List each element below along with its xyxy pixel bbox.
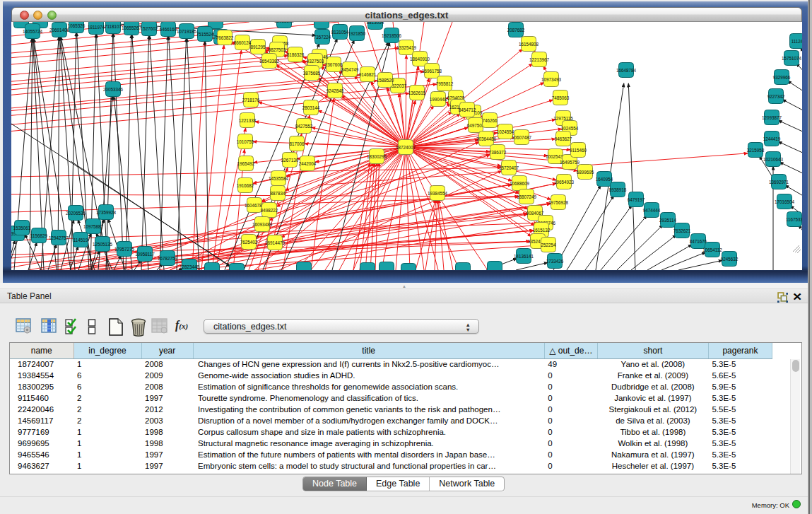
- svg-text:1733426: 1733426: [546, 259, 564, 264]
- svg-text:1811974: 1811974: [88, 25, 105, 30]
- svg-text:13325419: 13325419: [396, 45, 417, 50]
- svg-text:1065326: 1065326: [68, 23, 86, 28]
- svg-text:20206536: 20206536: [66, 211, 86, 216]
- svg-text:3024554: 3024554: [561, 126, 579, 131]
- svg-text:1244419: 1244419: [763, 136, 781, 141]
- svg-text:9329966: 9329966: [773, 75, 791, 80]
- svg-text:1990448: 1990448: [430, 97, 447, 102]
- svg-text:10958117: 10958117: [135, 252, 155, 257]
- svg-text:817006: 817006: [289, 141, 305, 146]
- svg-text:9146821: 9146821: [359, 72, 377, 77]
- svg-text:9498222: 9498222: [261, 208, 278, 213]
- svg-text:13692971: 13692971: [769, 180, 789, 185]
- svg-text:10973493: 10973493: [541, 77, 562, 82]
- svg-text:1588520: 1588520: [377, 78, 394, 83]
- svg-text:19654923: 19654923: [554, 180, 575, 185]
- svg-text:15751074: 15751074: [782, 56, 802, 61]
- svg-text:1221338: 1221338: [239, 118, 257, 123]
- svg-text:1167533: 1167533: [786, 217, 802, 222]
- svg-text:8186328: 8186328: [287, 52, 305, 57]
- svg-text:9227342: 9227342: [767, 94, 785, 99]
- svg-text:16543382: 16543382: [259, 59, 280, 64]
- svg-text:2087682: 2087682: [507, 28, 525, 33]
- svg-text:16495759: 16495759: [560, 160, 580, 165]
- svg-text:7515524: 7515524: [196, 32, 214, 37]
- svg-text:7955812: 7955812: [436, 81, 454, 86]
- svg-text:1921850: 1921850: [348, 31, 366, 36]
- svg-text:10688609: 10688609: [510, 181, 530, 186]
- svg-text:9115460: 9115460: [570, 148, 587, 153]
- svg-text:9242848: 9242848: [326, 88, 344, 93]
- svg-text:7485063: 7485063: [552, 95, 570, 100]
- svg-text:9827503: 9827503: [269, 47, 286, 52]
- svg-text:16033809: 16033809: [274, 22, 295, 23]
- svg-text:12213967: 12213967: [529, 57, 550, 62]
- svg-text:19384554: 19384554: [428, 191, 448, 196]
- svg-text:6479197: 6479197: [628, 197, 645, 202]
- svg-text:19218506: 19218506: [382, 33, 402, 38]
- svg-text:2367608: 2367608: [325, 62, 343, 67]
- svg-text:252254: 252254: [541, 243, 556, 247]
- svg-text:11124: 11124: [792, 39, 802, 44]
- svg-text:3875685: 3875685: [303, 71, 321, 76]
- svg-text:14535584: 14535584: [269, 176, 289, 181]
- svg-text:12093877: 12093877: [762, 115, 782, 120]
- svg-text:1024554: 1024554: [497, 129, 514, 134]
- svg-text:1010755: 1010755: [237, 139, 254, 144]
- svg-text:3215958: 3215958: [747, 148, 765, 153]
- svg-text:2935114: 2935114: [659, 218, 677, 223]
- svg-text:20691406: 20691406: [49, 28, 70, 33]
- svg-text:8454712: 8454712: [459, 107, 476, 112]
- svg-text:16648784: 16648784: [616, 68, 637, 73]
- svg-text:17957275: 17957275: [114, 247, 135, 252]
- svg-text:1535061: 1535061: [13, 226, 31, 230]
- svg-text:18807249: 18807249: [517, 194, 537, 199]
- svg-text:16961758: 16961758: [422, 69, 442, 74]
- svg-text:887834: 887834: [270, 191, 286, 196]
- svg-text:9327503: 9327503: [307, 59, 324, 64]
- svg-text:8938918: 8938918: [609, 187, 627, 192]
- svg-text:17016504: 17016504: [775, 199, 795, 204]
- svg-text:1362615: 1362615: [408, 90, 426, 95]
- svg-text:1640954: 1640954: [596, 177, 613, 182]
- svg-text:2718176: 2718176: [242, 98, 260, 103]
- svg-text:891295: 891295: [250, 45, 266, 49]
- svg-text:19756928: 19756928: [548, 200, 569, 205]
- svg-text:12823448: 12823448: [180, 264, 200, 269]
- svg-text:8660124: 8660124: [234, 40, 252, 45]
- svg-text:16914479: 16914479: [265, 240, 286, 245]
- svg-text:18724007: 18724007: [396, 145, 416, 150]
- svg-text:8454749: 8454749: [341, 67, 359, 72]
- svg-text:16154808: 16154808: [519, 42, 539, 47]
- svg-text:1615132: 1615132: [533, 228, 551, 233]
- svg-text:2803144: 2803144: [302, 105, 320, 110]
- svg-text:6466160: 6466160: [160, 27, 177, 32]
- svg-text:10654112: 10654112: [702, 247, 722, 252]
- svg-text:10655267: 10655267: [122, 25, 142, 30]
- svg-text:1527602: 1527602: [141, 26, 158, 31]
- svg-text:12975115: 12975115: [553, 116, 573, 121]
- svg-text:7632621: 7632621: [673, 228, 691, 233]
- svg-text:114519: 114519: [73, 238, 88, 243]
- svg-text:16782759: 16782759: [158, 256, 178, 261]
- svg-text:20053346: 20053346: [103, 87, 124, 92]
- svg-text:12505135: 12505135: [93, 242, 113, 247]
- svg-text:9474444: 9474444: [643, 208, 661, 213]
- svg-text:12942757: 12942757: [49, 235, 69, 240]
- svg-text:20364486: 20364486: [476, 136, 497, 141]
- svg-text:14055724: 14055724: [23, 29, 43, 34]
- svg-text:1156829: 1156829: [30, 233, 48, 238]
- svg-text:9084067: 9084067: [526, 211, 544, 216]
- svg-text:10719185: 10719185: [177, 29, 197, 34]
- svg-text:746266: 746266: [482, 118, 498, 123]
- svg-text:2442004: 2442004: [299, 161, 317, 166]
- svg-text:1916682: 1916682: [237, 183, 254, 188]
- svg-text:6899695: 6899695: [577, 170, 594, 175]
- svg-text:14136141: 14136141: [514, 254, 534, 259]
- svg-text:3267130: 3267130: [281, 158, 299, 163]
- svg-text:1965492: 1965492: [237, 161, 255, 166]
- svg-text:7118107: 7118107: [105, 24, 122, 29]
- svg-text:8471676: 8471676: [690, 239, 707, 244]
- svg-text:18640910: 18640910: [410, 57, 430, 62]
- svg-text:7386372: 7386372: [489, 150, 507, 155]
